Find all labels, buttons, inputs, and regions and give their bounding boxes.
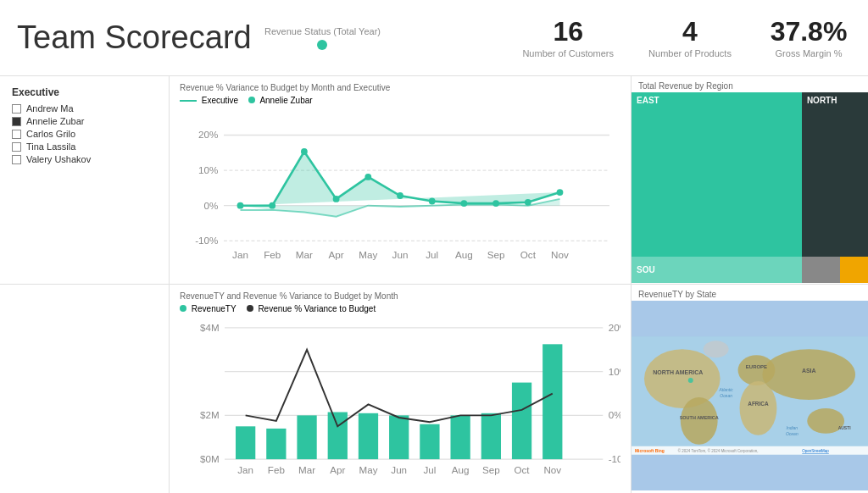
- svg-text:Jan: Jan: [237, 464, 253, 475]
- kpi-margin-value: 37.8%: [766, 17, 851, 47]
- svg-text:OpenStreetMap: OpenStreetMap: [802, 449, 829, 453]
- svg-text:Apr: Apr: [330, 464, 345, 475]
- svg-text:SOUTH AMERICA: SOUTH AMERICA: [680, 415, 719, 420]
- treemap-title: Total Revenue by Region: [632, 76, 868, 92]
- svg-point-58: [740, 381, 777, 435]
- svg-text:ASIA: ASIA: [802, 368, 816, 374]
- legend-item-andrew[interactable]: Andrew Ma: [12, 103, 157, 114]
- legend-revenuety-label: RevenueTY: [192, 304, 236, 313]
- svg-point-21: [237, 202, 244, 209]
- line-chart-svg: 20% 10% 0% -10% Jan Feb Mar Apr May Jun …: [180, 108, 620, 272]
- svg-text:NORTH AMERICA: NORTH AMERICA: [653, 369, 703, 375]
- svg-text:Oct: Oct: [520, 249, 537, 260]
- svg-text:Aug: Aug: [455, 249, 473, 260]
- kpi-margin: 37.8% Gross Margin %: [766, 17, 851, 58]
- svg-text:Feb: Feb: [268, 464, 285, 475]
- legend-label-andrew: Andrew Ma: [26, 103, 74, 114]
- legend-label-tina: Tina Lassila: [26, 141, 75, 152]
- bar-oct: [512, 383, 531, 460]
- svg-point-25: [364, 174, 371, 180]
- svg-text:20%: 20%: [609, 322, 620, 333]
- svg-point-23: [301, 148, 308, 155]
- treemap-south: SOU: [632, 257, 802, 284]
- legend-item-annelie[interactable]: Annelie Zubar: [12, 116, 157, 126]
- legend-label-valery: Valery Ushakov: [26, 154, 91, 164]
- svg-text:10%: 10%: [609, 366, 620, 377]
- svg-text:Mar: Mar: [298, 464, 315, 475]
- svg-text:AUSTI: AUSTI: [838, 425, 852, 430]
- kpi-margin-label: Gross Margin %: [766, 48, 851, 58]
- map-svg: NORTH AMERICA SOUTH AMERICA EUROPE AFRIC…: [632, 301, 868, 490]
- bar-may: [359, 413, 378, 459]
- legend-label-carlos: Carlos Grilo: [26, 129, 75, 139]
- svg-point-22: [269, 202, 275, 209]
- svg-text:20%: 20%: [198, 129, 218, 140]
- legend-variance: Revenue % Variance to Budget: [247, 304, 376, 313]
- svg-text:Jun: Jun: [392, 249, 409, 260]
- svg-point-29: [492, 200, 499, 207]
- treemap-east: EAST: [632, 92, 802, 257]
- svg-text:Jul: Jul: [423, 464, 436, 475]
- svg-text:$4M: $4M: [200, 322, 220, 333]
- svg-text:Indian: Indian: [787, 425, 798, 430]
- dashboard: Team Scorecard Revenue Status (Total Yea…: [0, 0, 868, 493]
- svg-point-28: [461, 200, 468, 207]
- svg-text:Microsoft Bing: Microsoft Bing: [635, 448, 665, 453]
- bar-aug: [450, 415, 470, 459]
- svg-text:Jan: Jan: [232, 249, 248, 260]
- legend-executive-line: Executive: [180, 96, 238, 105]
- map-container: NORTH AMERICA SOUTH AMERICA EUROPE AFRIC…: [632, 301, 868, 490]
- svg-text:Jun: Jun: [391, 464, 407, 475]
- kpi-customers-label: Number of Customers: [522, 48, 614, 58]
- svg-text:$0M: $0M: [200, 453, 220, 464]
- legend-item-tina[interactable]: Tina Lassila: [12, 141, 157, 152]
- bottom-row: RevenueTY and Revenue % Variance to Budg…: [0, 285, 868, 493]
- legend-label-annelie: Annelie Zubar: [26, 116, 85, 126]
- svg-text:Feb: Feb: [264, 249, 281, 260]
- svg-text:Ocean: Ocean: [786, 431, 798, 436]
- middle-row: Executive Andrew Ma Annelie Zubar Carlos…: [0, 76, 868, 285]
- bar-jul: [420, 424, 439, 459]
- treemap-north: NORTH: [802, 92, 868, 257]
- variance-line: [246, 350, 553, 427]
- kpi-products-value: 4: [648, 17, 732, 47]
- legend-checkbox-annelie[interactable]: [12, 117, 21, 126]
- svg-text:EUROPE: EUROPE: [746, 364, 767, 369]
- legend-annelie-line-label: Annelie Zubar: [259, 96, 312, 105]
- svg-text:Ocean: Ocean: [720, 393, 732, 398]
- svg-text:Nov: Nov: [551, 249, 569, 260]
- svg-text:0%: 0%: [204, 200, 219, 211]
- treemap-south-label: SOU: [637, 265, 655, 274]
- bar-chart-panel: RevenueTY and Revenue % Variance to Budg…: [170, 285, 631, 493]
- svg-text:May: May: [359, 464, 378, 475]
- svg-point-26: [397, 192, 403, 199]
- legend-variance-label: Revenue % Variance to Budget: [258, 304, 376, 313]
- legend-checkbox-tina[interactable]: [12, 142, 21, 152]
- svg-text:10%: 10%: [198, 164, 218, 175]
- legend-title: Executive: [12, 86, 157, 98]
- legend-item-carlos[interactable]: Carlos Grilo: [12, 129, 157, 139]
- bar-apr: [328, 413, 348, 460]
- map-title: RevenueTY by State: [632, 285, 868, 301]
- legend-executive-label: Executive: [202, 96, 238, 105]
- svg-text:Sep: Sep: [482, 464, 500, 475]
- svg-text:Atlantic: Atlantic: [718, 387, 733, 392]
- svg-point-61: [704, 341, 729, 357]
- legend-revenuety: RevenueTY: [180, 304, 236, 313]
- legend-checkbox-carlos[interactable]: [12, 130, 21, 139]
- svg-text:-10%: -10%: [195, 235, 218, 246]
- svg-text:© 2024 TomTom, © 2024 Microsof: © 2024 TomTom, © 2024 Microsoft Corporat…: [678, 448, 759, 453]
- svg-text:May: May: [359, 249, 377, 260]
- treemap-other2: [802, 257, 840, 284]
- executive-legend: Executive Andrew Ma Annelie Zubar Carlos…: [0, 76, 170, 284]
- map-panel: RevenueTY by State: [631, 285, 868, 493]
- legend-item-valery[interactable]: Valery Ushakov: [12, 154, 157, 164]
- kpi-products-label: Number of Products: [648, 48, 732, 58]
- bar-chart-legend: RevenueTY Revenue % Variance to Budget: [180, 304, 620, 313]
- legend-checkbox-andrew[interactable]: [12, 104, 21, 114]
- legend-checkbox-valery[interactable]: [12, 155, 21, 164]
- svg-point-59: [762, 349, 855, 400]
- bar-mar: [297, 415, 316, 459]
- page-title: Team Scorecard: [17, 19, 252, 56]
- bar-chart-title: RevenueTY and Revenue % Variance to Budg…: [180, 291, 620, 301]
